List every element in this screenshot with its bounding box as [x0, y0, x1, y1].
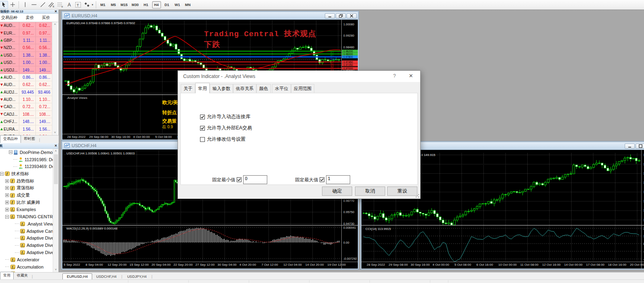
cursor-tool-icon[interactable]	[0, 1, 8, 9]
tree-item-112391985-demo[interactable]: 112391985: Demo	[0, 156, 53, 163]
text-tool-icon[interactable]: A	[65, 1, 74, 9]
market-watch-row[interactable]: GBP...1.11...1.11...	[0, 37, 52, 44]
chart-tab-usdjpy-h4[interactable]: USDJPY,H4	[123, 274, 151, 280]
market-watch-row[interactable]: EURA...1.56...1.56...	[0, 125, 52, 133]
column-buy[interactable]: 买价	[36, 15, 52, 21]
scroll-thumb[interactable]	[54, 154, 58, 184]
window-titlebar-eurusd[interactable]: EURUSD,H4	[62, 12, 358, 20]
fixed-maximum-input[interactable]	[326, 175, 350, 184]
tree-item--analyst-views[interactable]: f.Analyst Views	[0, 220, 53, 228]
tree-item-成交量[interactable]: f成交量	[0, 192, 53, 199]
navigator-tab-1[interactable]: 收藏夹	[14, 272, 31, 280]
navigator-scrollbar[interactable]: ˄ ˅	[53, 149, 58, 272]
tree-item-accelerator[interactable]: fAccelerator	[0, 256, 53, 263]
tree-item-adaptive-divergence-convergence[interactable]: fAdaptive Divergence Convergence	[0, 249, 53, 256]
minimize-button[interactable]	[625, 144, 635, 149]
checkbox-signal[interactable]	[200, 137, 205, 142]
tree-item-趋势指标[interactable]: f趋势指标	[0, 177, 53, 185]
arrows-tool-icon[interactable]	[83, 1, 91, 9]
dialog-help-icon[interactable]: ?	[391, 73, 398, 79]
scroll-down-icon[interactable]: ˅	[53, 267, 58, 272]
close-button[interactable]	[347, 13, 357, 18]
text-label-tool-icon[interactable]: T	[74, 1, 83, 9]
tree-item-accumulation[interactable]: fAccumulation	[0, 263, 53, 271]
navigator-close-icon[interactable]: ✕	[54, 143, 57, 148]
timeframe-m1-button[interactable]: M1	[99, 1, 107, 8]
dialog-tab-6[interactable]: 应用范围	[291, 84, 314, 93]
checkbox-row-signal[interactable]: 允许修改信号设置	[200, 136, 246, 143]
maximize-button[interactable]	[636, 144, 644, 149]
timeframe-m5-button[interactable]: M5	[109, 1, 118, 8]
market-watch-row[interactable]: CAD...0.72...0.72...	[0, 103, 52, 111]
dialog-tab-2[interactable]: 输入参数	[210, 84, 233, 93]
timeframe-mn-button[interactable]: MN	[184, 1, 192, 8]
market-watch-scrollbar[interactable]: ˄ ˅	[52, 22, 58, 135]
checkbox-row-dll[interactable]: 允许导入动态连接库	[200, 113, 250, 120]
timeframe-w1-button[interactable]: W1	[173, 1, 182, 8]
trendline-tool-icon[interactable]	[38, 1, 47, 9]
dialog-tab-0[interactable]: 关于	[181, 84, 195, 93]
navigator-tab-0[interactable]: 常用	[0, 272, 14, 280]
chart-tab-usdchf-h4[interactable]: USDCHF,H4	[92, 274, 121, 280]
tree-item-震荡指标[interactable]: f震荡指标	[0, 185, 53, 192]
reset-button[interactable]: 重设	[387, 187, 417, 196]
dialog-close-icon[interactable]: ✕	[407, 73, 415, 79]
dialog-resize-grip[interactable]	[415, 194, 419, 198]
minimize-button[interactable]	[325, 13, 335, 18]
dialog-tab-4[interactable]: 颜色	[256, 84, 271, 93]
arrows-dropdown-icon[interactable]: ▾	[92, 3, 93, 6]
tree-item-adaptive-divergence-convergence[interactable]: fAdaptive Divergence Convergence	[0, 235, 53, 242]
horizontal-line-tool-icon[interactable]	[29, 1, 38, 9]
timeframe-m30-button[interactable]: M30	[130, 1, 140, 8]
tree-expander-icon[interactable]	[5, 193, 9, 197]
market-watch-row[interactable]: EUR...0.97...0.97...	[0, 29, 52, 37]
dialog-titlebar[interactable]: Custom Indicator - .Analyst Views ? ✕	[178, 71, 420, 82]
tree-item-比尔-威廉姆[interactable]: f比尔 威廉姆	[0, 199, 53, 206]
market-watch-tab-0[interactable]: 交易品种	[0, 135, 21, 143]
market-watch-row[interactable]: NZD...0.56...0.56...	[0, 44, 52, 51]
fixed-maximum-checkbox[interactable]	[320, 177, 324, 182]
market-watch-row[interactable]: CHFJ...148....149....	[0, 118, 52, 125]
crosshair-tool-icon[interactable]	[8, 1, 17, 9]
cancel-button[interactable]: 取消	[355, 187, 385, 196]
dialog-tab-5[interactable]: 水平位	[272, 84, 291, 93]
chart-tab-eurusd-h4[interactable]: EURUSD,H4	[62, 273, 92, 280]
tree-item-112393469-demo[interactable]: 112393469: Demo	[0, 163, 53, 170]
tree-item-examples[interactable]: fExamples	[0, 206, 53, 213]
scroll-up-icon[interactable]: ˄	[53, 149, 58, 154]
tree-expander-icon[interactable]	[5, 208, 9, 211]
column-symbol[interactable]: 交易品种	[0, 15, 19, 21]
tree-expander-icon[interactable]	[9, 150, 12, 154]
checkbox-ea[interactable]	[200, 126, 205, 131]
market-watch-row[interactable]: USD...1.00...1.00...	[0, 59, 52, 66]
market-watch-row[interactable]: AUD...0.62...0.62...	[0, 81, 52, 88]
fixed-minimum-checkbox[interactable]	[237, 177, 242, 182]
dialog-tab-1[interactable]: 常用	[195, 83, 210, 93]
timeframe-d1-button[interactable]: D1	[163, 1, 171, 8]
timeframe-h4-button[interactable]: H4	[152, 1, 161, 8]
tree-expander-icon[interactable]	[5, 179, 9, 183]
tree-expander-icon[interactable]	[5, 201, 9, 204]
market-watch-row[interactable]: CADJ...108....108....	[0, 111, 52, 118]
tree-expander-icon[interactable]	[5, 215, 9, 219]
ok-button[interactable]: 确定	[322, 187, 352, 196]
column-sell[interactable]: 卖价	[19, 15, 36, 21]
checkbox-dll[interactable]	[200, 115, 205, 119]
scroll-down-icon[interactable]: ˅	[52, 130, 58, 135]
timeframe-m15-button[interactable]: M15	[120, 1, 129, 8]
market-watch-row[interactable]: AUD...0.86...0.86...	[0, 74, 52, 81]
tree-expander-icon[interactable]	[5, 186, 9, 190]
tree-expander-icon[interactable]	[0, 172, 4, 176]
market-watch-close-icon[interactable]: ✕	[54, 10, 57, 14]
scroll-up-icon[interactable]: ˄	[52, 22, 58, 27]
vertical-line-tool-icon[interactable]	[21, 1, 29, 9]
fixed-minimum-input[interactable]	[243, 175, 267, 184]
dialog-tab-3[interactable]: 依存关系	[233, 84, 256, 93]
market-watch-row[interactable]: USDJ...149....149....	[0, 66, 52, 74]
timeframe-h1-button[interactable]: H1	[142, 1, 151, 8]
market-watch-tab-1[interactable]: 即时图	[21, 135, 38, 143]
market-watch-row[interactable]: AUDJ...93.44593.466	[0, 89, 52, 96]
market-watch-row[interactable]: AUD...0.62...0.62...	[0, 22, 52, 29]
checkbox-row-ea[interactable]: 允许导入外部EA交易	[200, 125, 252, 131]
market-watch-row[interactable]: AUD...1.10...1.10...	[0, 96, 52, 103]
